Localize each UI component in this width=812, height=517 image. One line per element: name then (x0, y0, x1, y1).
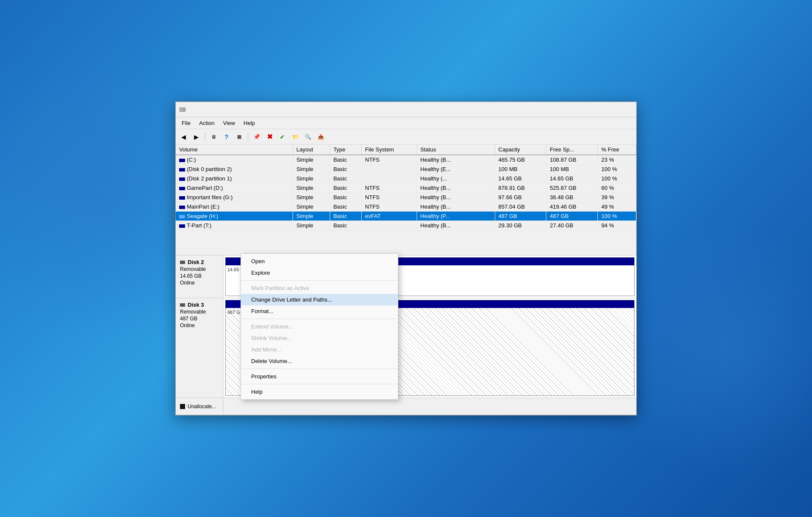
col-free: Free Sp... (546, 145, 598, 155)
context-menu-item: Shrink Volume... (241, 332, 398, 344)
disk-3-name: Disk 3 (188, 302, 204, 308)
unallocated-row: Unallocate... (176, 398, 636, 415)
col-pct: % Free (598, 145, 636, 155)
disk-2-type: Removable (180, 266, 219, 272)
cell-volume: Seagate (H:) (176, 212, 293, 221)
back-button[interactable]: ◀ (177, 131, 189, 143)
table-row[interactable]: Important files (G:) Simple Basic NTFS H… (176, 193, 636, 202)
cell-layout: Simple (293, 174, 330, 183)
volume-table-area: Volume Layout Type File System Status Ca… (176, 145, 636, 256)
table-row[interactable]: (C:) Simple Basic NTFS Healthy (B... 465… (176, 155, 636, 165)
menu-bar: File Action View Help (176, 117, 636, 129)
menu-action[interactable]: Action (195, 118, 219, 128)
cell-free: 14.65 GB (546, 174, 598, 183)
disk-management-icon (179, 106, 186, 113)
cell-volume: (Disk 0 partition 2) (176, 165, 293, 174)
minimize-button[interactable] (577, 102, 597, 117)
cell-pct: 94 % (598, 221, 636, 230)
cell-layout: Simple (293, 221, 330, 230)
cell-layout: Simple (293, 193, 330, 202)
table-row[interactable]: MainPart (E:) Simple Basic NTFS Healthy … (176, 202, 636, 212)
cell-capacity: 857.04 GB (495, 202, 546, 212)
title-bar (176, 102, 636, 117)
cell-free: 419.46 GB (546, 202, 598, 212)
cell-status: Healthy (B... (417, 193, 495, 202)
cell-capacity: 14.65 GB (495, 174, 546, 183)
context-menu-item[interactable]: Format... (241, 305, 398, 317)
table-row[interactable]: (Disk 0 partition 2) Simple Basic Health… (176, 165, 636, 174)
computer-button[interactable]: 🖥 (208, 131, 220, 143)
disk-2-size: 14.65 GB (180, 273, 219, 279)
disk-3-size: 487 GB (180, 316, 219, 322)
cell-type: Basic (330, 155, 361, 165)
cell-pct: 49 % (598, 202, 636, 212)
cell-free: 487 GB (546, 212, 598, 221)
svg-point-3 (183, 109, 184, 110)
disk-2-name: Disk 2 (188, 259, 204, 265)
cell-status: Healthy (B... (417, 183, 495, 193)
forward-button[interactable]: ▶ (190, 131, 202, 143)
cell-layout: Simple (293, 183, 330, 193)
table-row[interactable]: Seagate (H:) Simple Basic exFAT Healthy … (176, 212, 636, 221)
disk-table: Volume Layout Type File System Status Ca… (176, 145, 636, 230)
cell-type: Basic (330, 174, 361, 183)
col-type: Type (330, 145, 361, 155)
context-menu-item: Mark Partition as Active (241, 282, 398, 294)
folder-up-button[interactable]: 📁 (289, 131, 301, 143)
cell-free: 100 MB (546, 165, 598, 174)
col-status: Status (417, 145, 495, 155)
disk-management-window: File Action View Help ◀ ▶ 🖥 ? ▦ 📌 ✖ ✔ 📁 … (175, 102, 637, 415)
search-button[interactable]: 🔍 (302, 131, 314, 143)
cell-pct: 100 % (598, 174, 636, 183)
disk-3-label: Disk 3 Removable 487 GB Online (176, 298, 223, 398)
context-menu-item[interactable]: Explore (241, 267, 398, 279)
table-scroll[interactable]: Volume Layout Type File System Status Ca… (176, 145, 636, 255)
cell-status: Healthy (B... (417, 155, 495, 165)
table-row[interactable]: T-Part (T:) Simple Basic Healthy (B... 2… (176, 221, 636, 230)
cell-filesystem: NTFS (362, 193, 417, 202)
cell-volume: T-Part (T:) (176, 221, 293, 230)
cell-free: 38.48 GB (546, 193, 598, 202)
disk-3-type: Removable (180, 309, 219, 315)
unallocated-label: Unallocate... (176, 398, 223, 415)
console-button[interactable]: ▦ (233, 131, 245, 143)
context-menu-item[interactable]: Open (241, 256, 398, 267)
context-menu-item: Extend Volume... (241, 321, 398, 332)
delete-button[interactable]: ✖ (264, 131, 276, 143)
context-menu-item[interactable]: Change Drive Letter and Paths... (241, 294, 398, 305)
toolbar: ◀ ▶ 🖥 ? ▦ 📌 ✖ ✔ 📁 🔍 📤 (176, 129, 636, 145)
menu-view[interactable]: View (219, 118, 239, 128)
export-button[interactable]: 📤 (315, 131, 327, 143)
context-menu-item: Add Mirror... (241, 344, 398, 355)
cell-pct: 23 % (598, 155, 636, 165)
check-button[interactable]: ✔ (276, 131, 288, 143)
context-menu-separator (241, 369, 398, 369)
cell-layout: Simple (293, 202, 330, 212)
maximize-button[interactable] (597, 102, 617, 117)
cell-type: Basic (330, 221, 361, 230)
table-row[interactable]: GamePart (D:) Simple Basic NTFS Healthy … (176, 183, 636, 193)
context-menu-item[interactable]: Properties (241, 371, 398, 382)
cell-layout: Simple (293, 155, 330, 165)
menu-file[interactable]: File (177, 118, 195, 128)
context-menu-item[interactable]: Delete Volume... (241, 355, 398, 367)
cell-filesystem (362, 174, 417, 183)
context-menu-item[interactable]: Help (241, 386, 398, 398)
cell-pct: 60 % (598, 183, 636, 193)
cell-volume: (Disk 2 partition 1) (176, 174, 293, 183)
context-menu-separator (241, 319, 398, 319)
cell-capacity: 878.91 GB (495, 183, 546, 193)
cell-filesystem: NTFS (362, 183, 417, 193)
cell-layout: Simple (293, 212, 330, 221)
cell-type: Basic (330, 183, 361, 193)
unallocated-icon (180, 404, 185, 409)
cell-type: Basic (330, 202, 361, 212)
help-button[interactable]: ? (220, 131, 232, 143)
table-row[interactable]: (Disk 2 partition 1) Simple Basic Health… (176, 174, 636, 183)
disk-2-status: Online (180, 280, 219, 286)
cell-type: Basic (330, 193, 361, 202)
close-button[interactable] (617, 102, 636, 117)
pin-button[interactable]: 📌 (251, 131, 263, 143)
menu-help[interactable]: Help (239, 118, 259, 128)
disk-2-icon (180, 261, 185, 264)
